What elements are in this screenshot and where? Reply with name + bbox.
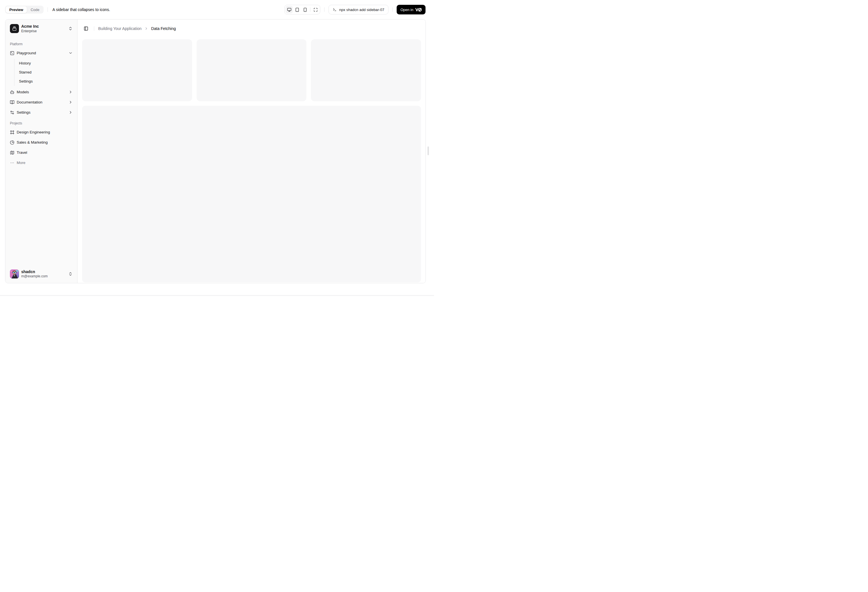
map-icon bbox=[10, 150, 15, 155]
chart-pie-icon bbox=[10, 140, 15, 145]
breadcrumb: Building Your Application Data Fetching bbox=[98, 26, 176, 31]
bot-icon bbox=[10, 90, 15, 94]
maximize-icon bbox=[313, 7, 318, 12]
team-meta: Acme Inc Enterprise bbox=[21, 24, 66, 33]
breadcrumb-separator-bar bbox=[94, 26, 94, 31]
desktop-view-button[interactable] bbox=[285, 6, 293, 13]
tablet-icon bbox=[295, 7, 299, 12]
user-email: m@example.com bbox=[21, 274, 66, 278]
toolbar-divider bbox=[324, 7, 325, 12]
placeholder-panel bbox=[82, 106, 421, 283]
sidebar-item-label: Travel bbox=[17, 150, 73, 155]
sidebar-item-playground[interactable]: Playground bbox=[7, 49, 75, 58]
sidebar-subitem-history[interactable]: History bbox=[17, 59, 75, 68]
preview-code-toggle: Preview Code bbox=[5, 6, 44, 13]
sidebar-item-documentation[interactable]: Documentation bbox=[7, 98, 75, 107]
install-command-text: npx shadcn add sidebar-07 bbox=[339, 7, 384, 12]
chevron-right-icon bbox=[68, 100, 73, 104]
breadcrumb-current-page: Data Fetching bbox=[151, 26, 176, 31]
v0-logo-icon bbox=[415, 8, 422, 12]
chevron-right-icon bbox=[68, 90, 73, 94]
top-toolbar: Preview Code A sidebar that collapses to… bbox=[0, 0, 434, 19]
user-menu-button[interactable]: shadcn m@example.com bbox=[7, 267, 75, 281]
sidebar-item-label: Design Engineering bbox=[17, 130, 73, 134]
avatar bbox=[10, 269, 19, 278]
sidebar-toggle-button[interactable] bbox=[82, 25, 90, 32]
toolbar-divider bbox=[47, 7, 48, 12]
smartphone-icon bbox=[303, 7, 307, 12]
mobile-view-button[interactable] bbox=[301, 6, 309, 13]
sidebar-item-label: More bbox=[17, 161, 73, 165]
sidebar-item-label: Sales & Marketing bbox=[17, 140, 73, 144]
page: Preview Code A sidebar that collapses to… bbox=[0, 0, 434, 296]
settings-2-icon bbox=[10, 110, 15, 115]
group-label-platform: Platform bbox=[7, 42, 75, 46]
sidebar-item-label: Documentation bbox=[17, 100, 66, 104]
frame-icon bbox=[10, 130, 15, 135]
monitor-icon bbox=[287, 7, 291, 12]
sidebar-header: Acme Inc Enterprise bbox=[5, 19, 77, 38]
component-description: A sidebar that collapses to icons. bbox=[52, 7, 110, 12]
team-plan: Enterprise bbox=[21, 29, 66, 33]
sidebar-item-label: Playground bbox=[17, 51, 66, 55]
open-in-v0-button[interactable]: Open in bbox=[397, 5, 425, 15]
install-command[interactable]: npx shadcn add sidebar-07 bbox=[328, 5, 388, 15]
placeholder-cards-row bbox=[82, 39, 421, 101]
chevron-right-icon bbox=[144, 27, 148, 31]
device-group-separator bbox=[310, 7, 310, 12]
sidebar-nav: Platform Playground History Starred Sett… bbox=[5, 38, 77, 265]
device-size-toggle-group bbox=[284, 5, 320, 15]
chevrons-up-down-icon bbox=[68, 26, 73, 31]
chevron-down-icon bbox=[68, 51, 73, 55]
sidebar-item-label: Settings bbox=[17, 110, 66, 115]
app-sidebar: Acme Inc Enterprise Platform Playground bbox=[5, 19, 78, 283]
tablet-view-button[interactable] bbox=[294, 6, 301, 13]
sidebar-subitem-starred[interactable]: Starred bbox=[17, 68, 75, 77]
chevron-right-icon bbox=[68, 110, 73, 115]
page-scrollbar-thumb[interactable] bbox=[428, 146, 429, 155]
playground-submenu: History Starred Settings bbox=[14, 59, 75, 86]
group-label-projects: Projects bbox=[7, 121, 75, 125]
book-open-icon bbox=[10, 100, 15, 105]
sidebar-item-sales-marketing[interactable]: Sales & Marketing bbox=[7, 138, 75, 147]
user-meta: shadcn m@example.com bbox=[21, 269, 66, 279]
team-logo bbox=[10, 24, 19, 33]
sidebar-item-models[interactable]: Models bbox=[7, 88, 75, 97]
chevrons-up-down-icon bbox=[68, 272, 73, 276]
fullscreen-button[interactable] bbox=[312, 6, 319, 13]
preview-tab[interactable]: Preview bbox=[6, 6, 27, 13]
next-section-edge bbox=[0, 295, 434, 296]
code-tab[interactable]: Code bbox=[27, 6, 43, 13]
component-preview-frame: Acme Inc Enterprise Platform Playground bbox=[5, 19, 426, 283]
placeholder-card bbox=[196, 39, 307, 101]
sidebar-item-settings[interactable]: Settings bbox=[7, 108, 75, 117]
sidebar-subitem-settings[interactable]: Settings bbox=[17, 77, 75, 86]
user-name: shadcn bbox=[21, 269, 66, 274]
main-header: Building Your Application Data Fetching bbox=[78, 19, 425, 38]
sidebar-item-more[interactable]: More bbox=[7, 158, 75, 167]
team-switcher-button[interactable]: Acme Inc Enterprise bbox=[7, 22, 75, 35]
sidebar-footer: shadcn m@example.com bbox=[5, 265, 77, 283]
sidebar-item-label: Models bbox=[17, 90, 66, 94]
breadcrumb-parent-link[interactable]: Building Your Application bbox=[98, 26, 142, 31]
square-terminal-icon bbox=[10, 51, 15, 55]
gallery-vertical-end-icon bbox=[12, 26, 17, 31]
main-content bbox=[78, 38, 425, 283]
terminal-icon bbox=[333, 7, 337, 12]
placeholder-card bbox=[82, 39, 192, 101]
team-name: Acme Inc bbox=[21, 24, 66, 29]
open-in-v0-label: Open in bbox=[400, 7, 413, 12]
main-area: Building Your Application Data Fetching bbox=[78, 19, 425, 283]
panel-left-icon bbox=[84, 26, 88, 31]
placeholder-card bbox=[311, 39, 421, 101]
sidebar-item-travel[interactable]: Travel bbox=[7, 148, 75, 157]
sidebar-item-design-engineering[interactable]: Design Engineering bbox=[7, 128, 75, 137]
ellipsis-icon bbox=[10, 161, 15, 165]
